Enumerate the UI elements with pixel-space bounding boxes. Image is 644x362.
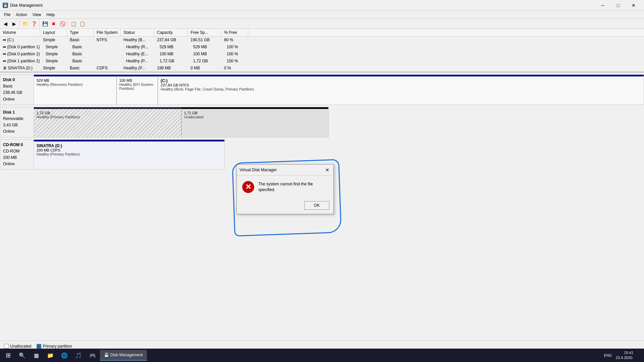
cell-capacity: 237,84 GB xyxy=(154,37,188,43)
col-freepct[interactable]: % Free xyxy=(221,29,248,36)
app-title: Disk Management xyxy=(10,3,43,8)
cell-capacity: 1,72 GB xyxy=(157,58,191,64)
disk0-partition-2[interactable]: 100 MB Healthy (EFI System Partition) xyxy=(117,75,158,105)
cell-freesp: 100 MB xyxy=(191,51,224,57)
cdrom-partitions: SINATRA (D:) 200 MB CDFS Healthy (Primar… xyxy=(34,139,225,170)
close-button[interactable]: ✕ xyxy=(626,0,641,11)
title-bar: 💾 Disk Management ─ □ ✕ xyxy=(0,0,644,11)
browser-button[interactable]: 🌐 xyxy=(58,350,71,361)
cdrom-label: CD-ROM 0 CD-ROM 200 MB Online xyxy=(0,139,34,170)
window-controls: ─ □ ✕ xyxy=(595,0,641,11)
task-view-button[interactable]: ▦ xyxy=(30,350,43,361)
taskbar-lang: ENG xyxy=(604,353,612,357)
cell-type: Basic xyxy=(70,58,97,64)
disk1-partition-unalloc[interactable]: 1,71 GB Unallocated xyxy=(181,107,329,137)
col-filesystem[interactable]: File System xyxy=(94,29,121,36)
menu-file[interactable]: File xyxy=(1,12,13,18)
cell-layout: Simple xyxy=(40,65,67,71)
cell-volume: ➡ (Disk 1 partition 2) xyxy=(0,58,43,64)
cell-volume: 🖥 SINATRA (D:) xyxy=(0,65,40,71)
cell-type: Basic xyxy=(67,65,94,71)
disk1-partition-1[interactable]: 1,72 GB Healthy (Primary Partition) xyxy=(34,107,181,137)
cell-freesp: 190,51 GB xyxy=(188,37,221,43)
forward-button[interactable]: ▶ xyxy=(10,20,18,28)
cancel-button[interactable]: ✖ xyxy=(50,20,58,28)
table-row[interactable]: ➡ (Disk 0 partition 2) Simple Basic Heal… xyxy=(0,51,644,58)
disk0-label: Disk 0 Basic 238,46 GB Online xyxy=(0,74,34,105)
taskbar-right: ENG 15:41 23.4.2020. xyxy=(601,350,643,361)
col-status[interactable]: Status xyxy=(121,29,154,36)
save-button[interactable]: 💾 xyxy=(41,20,49,28)
back-button[interactable]: ◀ xyxy=(1,20,9,28)
cell-freepct: 80 % xyxy=(221,37,248,43)
legend-primary-box xyxy=(37,344,41,349)
cell-volume: ➡ (C:) xyxy=(0,37,40,43)
cell-status: Healthy (R... xyxy=(123,44,157,50)
cell-freepct: 100 % xyxy=(224,58,251,64)
disk-mgmt-taskbar-button[interactable]: 💾 Disk Management xyxy=(100,350,147,361)
disk0-partition-c[interactable]: (C:) 237,84 GB NTFS Healthy (Boot, Page … xyxy=(158,75,644,105)
cell-fs: CDFS xyxy=(94,65,121,71)
folder-button[interactable]: 📁 xyxy=(21,20,29,28)
cell-layout: Simple xyxy=(43,44,70,50)
disk1-partitions: 1,72 GB Healthy (Primary Partition) 1,71… xyxy=(34,107,329,137)
col-volume[interactable]: Volume xyxy=(0,29,40,36)
disk-row-1: Disk 1 Removable 3,43 GB Online 1,72 GB … xyxy=(0,107,644,137)
cell-status: Healthy (P... xyxy=(121,65,154,71)
legend-primary-label: Primary partition xyxy=(43,344,72,349)
taskbar-datetime: 15:41 23.4.2020. xyxy=(616,350,633,361)
minimize-button[interactable]: ─ xyxy=(595,0,610,11)
properties-button[interactable]: 📋 xyxy=(69,20,77,28)
disk0-partitions: 529 MB Healthy (Recovery Partition) 100 … xyxy=(34,74,644,105)
dialog-content: ✕ The system cannot find the file specif… xyxy=(237,176,333,198)
maximize-button[interactable]: □ xyxy=(610,0,626,11)
menu-action[interactable]: Action xyxy=(13,12,30,18)
menu-help[interactable]: Help xyxy=(44,12,58,18)
cell-freepct: 100 % xyxy=(224,51,251,57)
game-button[interactable]: 🎮 xyxy=(86,350,99,361)
help-button[interactable]: ❓ xyxy=(30,20,38,28)
search-button[interactable]: 🔍 xyxy=(15,350,29,361)
menu-view[interactable]: View xyxy=(30,12,44,18)
cell-status: Healthy (P... xyxy=(123,58,157,64)
taskbar-time-display: 15:41 xyxy=(616,350,633,355)
table-row[interactable]: 🖥 SINATRA (D:) Simple Basic CDFS Healthy… xyxy=(0,65,644,72)
cell-fs: NTFS xyxy=(94,37,121,43)
media-button[interactable]: 🎵 xyxy=(72,350,85,361)
cell-status: Healthy (B... xyxy=(121,37,154,43)
dialog-title-bar: Virtual Disk Manager ✕ xyxy=(237,165,333,176)
cell-layout: Simple xyxy=(40,37,67,43)
disk0-partition-1[interactable]: 529 MB Healthy (Recovery Partition) xyxy=(34,75,117,105)
start-button[interactable]: ⊞ xyxy=(1,350,15,361)
cell-type: Basic xyxy=(67,37,94,43)
cell-layout: Simple xyxy=(43,58,70,64)
disk1-label: Disk 1 Removable 3,43 GB Online xyxy=(0,107,34,137)
table-row[interactable]: ➡ (Disk 1 partition 2) Simple Basic Heal… xyxy=(0,58,644,65)
dialog-ok-button[interactable]: OK xyxy=(304,201,329,210)
app-icon: 💾 xyxy=(3,3,8,8)
view-button[interactable]: 📋 xyxy=(78,20,86,28)
dialog-buttons: OK xyxy=(237,198,333,214)
dialog-close-button[interactable]: ✕ xyxy=(324,167,331,173)
stop-button[interactable]: 🚫 xyxy=(58,20,66,28)
table-row[interactable]: ➡ (C:) Simple Basic NTFS Healthy (B... 2… xyxy=(0,37,644,44)
show-desktop-button[interactable] xyxy=(635,350,640,361)
cell-freepct: 0 % xyxy=(221,65,248,71)
table-row[interactable]: ➡ (Disk 0 partition 1) Simple Basic Heal… xyxy=(0,44,644,51)
explorer-button[interactable]: 📁 xyxy=(44,350,57,361)
error-icon: ✕ xyxy=(242,181,254,193)
taskbar-date-display: 23.4.2020. xyxy=(616,355,633,360)
cell-fs xyxy=(97,58,123,64)
col-capacity[interactable]: Capacity xyxy=(154,29,188,36)
cdrom-partition-d[interactable]: SINATRA (D:) 200 MB CDFS Healthy (Primar… xyxy=(34,140,224,170)
cell-volume: ➡ (Disk 0 partition 1) xyxy=(0,44,43,50)
col-layout[interactable]: Layout xyxy=(40,29,67,36)
legend-unallocated: Unallocated xyxy=(4,344,31,349)
virtual-disk-manager-dialog[interactable]: Virtual Disk Manager ✕ ✕ The system cann… xyxy=(236,164,334,214)
legend-unalloc-label: Unallocated xyxy=(10,344,31,349)
cell-capacity: 199 MB xyxy=(154,65,188,71)
col-freesp[interactable]: Free Sp... xyxy=(188,29,221,36)
disk-row-0: Disk 0 Basic 238,46 GB Online 529 MB Hea… xyxy=(0,74,644,105)
col-type[interactable]: Type xyxy=(67,29,94,36)
legend-primary: Primary partition xyxy=(37,344,72,349)
